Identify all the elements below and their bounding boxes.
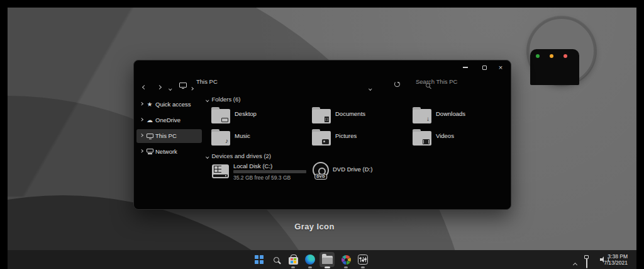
sidebar-item-quick-access[interactable]: ★ Quick access	[136, 98, 202, 112]
drives-section-header[interactable]: Devices and drives (2)	[206, 152, 271, 159]
microsoft-store-button[interactable]	[286, 252, 301, 267]
file-explorer-window: × This PC Search This PC ★ Quick access …	[133, 60, 511, 210]
folder-tile-music[interactable]: ♪ Music	[211, 131, 306, 149]
address-bar-dropdown[interactable]	[369, 81, 372, 92]
tray-clock[interactable]: 3:38 PM 7/13/2021	[604, 253, 628, 266]
back-button[interactable]	[143, 80, 146, 91]
folders-section-header[interactable]: Folders (6)	[206, 96, 240, 103]
windows-logo-icon	[255, 255, 264, 264]
running-indicator	[291, 266, 295, 268]
breadcrumb-separator-icon	[191, 81, 193, 92]
folder-tile-downloads[interactable]: ↓ Downloads	[413, 109, 507, 127]
wallpaper-title: Gray Icon	[264, 222, 365, 231]
collapse-icon	[206, 98, 209, 101]
folder-tile-documents[interactable]: Documents	[312, 109, 406, 127]
tray-date: 7/13/2021	[604, 260, 628, 266]
tray-chevron-up-icon[interactable]	[574, 258, 577, 269]
mixer-app-button[interactable]	[355, 252, 370, 267]
traffic-dot-red-icon	[564, 54, 567, 58]
traffic-dot-green-icon	[536, 54, 540, 58]
breadcrumb-location[interactable]: This PC	[196, 78, 218, 85]
theme-preview-window	[530, 49, 579, 85]
cloud-icon: ☁	[146, 117, 153, 124]
folder-tile-pictures[interactable]: Pictures	[312, 131, 406, 149]
sidebar-item-onedrive[interactable]: ☁ OneDrive	[136, 113, 202, 127]
folder-icon	[413, 131, 431, 146]
monitor-icon	[147, 134, 153, 138]
folder-icon: ↓	[413, 109, 431, 123]
hard-drive-icon	[212, 164, 229, 178]
display-cast-icon[interactable]	[586, 256, 587, 268]
disk-capacity-text: 35.2 GB free of 59.3 GB	[233, 175, 291, 181]
pinwheel-icon	[341, 255, 351, 265]
folder-tile-desktop[interactable]: Desktop	[211, 109, 306, 127]
tray-time: 3:38 PM	[604, 253, 628, 260]
traffic-dot-yellow-icon	[550, 54, 553, 58]
minimize-button[interactable]	[457, 62, 474, 73]
this-pc-icon	[179, 83, 187, 88]
disk-usage-bar	[233, 170, 306, 173]
sliders-icon	[358, 255, 368, 265]
start-button[interactable]	[252, 252, 267, 267]
file-explorer-button[interactable]	[319, 252, 335, 267]
running-indicator	[361, 266, 365, 268]
folder-tile-videos[interactable]: Videos	[413, 131, 507, 149]
taskbar-search-button[interactable]	[269, 252, 284, 267]
forward-button[interactable]	[158, 80, 161, 91]
folder-icon	[211, 109, 230, 123]
taskbar: 3:38 PM 7/13/2021	[8, 250, 636, 269]
search-input[interactable]: Search This PC	[416, 78, 457, 85]
close-button[interactable]: ×	[492, 62, 509, 73]
network-icon	[147, 149, 153, 152]
edge-button[interactable]	[303, 252, 318, 267]
folder-icon	[312, 109, 331, 123]
folder-icon	[312, 131, 331, 146]
recent-locations-dropdown[interactable]	[169, 81, 172, 92]
collapse-icon	[206, 155, 209, 158]
screen: Gray Icon × This PC Search This PC ★ Qui…	[0, 0, 644, 269]
sidebar-item-this-pc[interactable]: This PC	[136, 129, 202, 143]
maximize-button[interactable]	[476, 62, 492, 73]
pinwheel-app-button[interactable]	[338, 252, 353, 267]
star-icon: ★	[146, 101, 153, 108]
store-bag-icon	[289, 257, 298, 265]
running-indicator	[344, 266, 348, 268]
refresh-icon[interactable]	[394, 81, 400, 87]
active-running-indicator	[325, 266, 330, 268]
running-indicator	[308, 266, 312, 268]
edge-icon	[305, 255, 315, 265]
dvd-disc-icon: DVD	[313, 162, 329, 178]
search-icon	[274, 257, 279, 263]
folder-icon: ♪	[211, 131, 230, 146]
sidebar-item-network[interactable]: Network	[136, 145, 202, 159]
folder-icon	[322, 256, 333, 264]
